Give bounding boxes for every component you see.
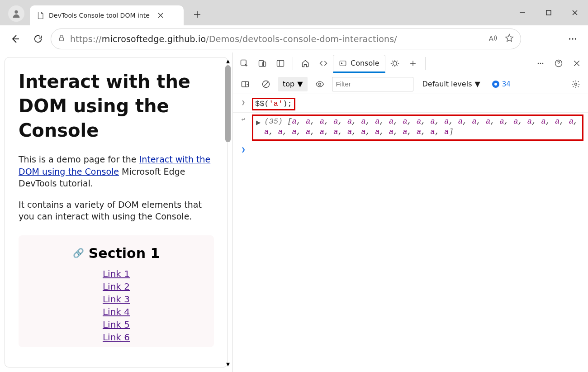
console-filter-input[interactable]	[332, 77, 413, 91]
devtools-panel: Console top ▼ Default levels ▼	[233, 52, 588, 372]
list-link[interactable]: Link 1	[31, 267, 201, 280]
dock-button[interactable]	[272, 55, 289, 72]
close-window-button[interactable]	[562, 0, 588, 25]
devtools-menu-button[interactable]	[532, 55, 549, 72]
console-prompt-row[interactable]: ❯	[233, 143, 588, 156]
issues-tab-button[interactable]	[386, 55, 403, 72]
person-icon	[11, 9, 21, 19]
home-icon	[301, 59, 310, 68]
scroll-down-icon[interactable]: ▾	[224, 360, 232, 367]
url-text: https://microsoftedge.github.io/Demos/de…	[70, 34, 484, 44]
console-output-row: ↩ ▶ (35) [a, a, a, a, a, a, a, a, a, a, …	[233, 112, 588, 143]
svg-rect-2	[60, 38, 64, 41]
sidebar-icon	[241, 80, 250, 89]
clear-console-button[interactable]	[257, 76, 275, 93]
svg-point-19	[318, 83, 321, 85]
svg-point-15	[542, 62, 544, 64]
maximize-button[interactable]	[536, 0, 562, 25]
list-link[interactable]: Link 6	[31, 331, 201, 343]
console-icon	[339, 59, 347, 67]
scroll-thumb[interactable]	[225, 65, 231, 142]
svg-point-20	[575, 83, 577, 85]
more-tabs-button[interactable]	[404, 55, 422, 72]
live-expression-button[interactable]	[311, 76, 328, 93]
console-input-row: ❯ $$('a');	[233, 96, 588, 112]
read-aloud-icon: A	[488, 33, 498, 43]
expand-triangle-icon[interactable]: ▶	[256, 118, 261, 138]
browser-tab[interactable]: DevTools Console tool DOM inte	[30, 5, 184, 25]
address-bar-actions: A	[488, 33, 514, 45]
svg-rect-11	[340, 61, 346, 66]
help-icon	[554, 59, 563, 68]
address-bar[interactable]: https://microsoftedge.github.io/Demos/de…	[51, 29, 521, 49]
star-icon	[504, 33, 514, 43]
code-icon	[319, 59, 328, 68]
console-tab[interactable]: Console	[333, 55, 385, 73]
output-array[interactable]: (35) [a, a, a, a, a, a, a, a, a, a, a, a…	[264, 117, 579, 138]
device-emulation-button[interactable]	[254, 55, 271, 72]
svg-point-5	[572, 38, 573, 39]
close-icon	[157, 12, 164, 19]
back-button[interactable]	[5, 29, 25, 49]
plus-icon	[408, 59, 417, 68]
browser-toolbar: https://microsoftedge.github.io/Demos/de…	[0, 25, 588, 52]
scroll-up-icon[interactable]: ▴	[224, 57, 232, 64]
maximize-icon	[545, 10, 552, 16]
read-aloud-button[interactable]: A	[488, 33, 498, 45]
inspect-element-button[interactable]	[236, 55, 253, 72]
lock-icon	[57, 34, 66, 44]
console-settings-button[interactable]	[567, 76, 584, 93]
svg-text:A: A	[489, 34, 493, 42]
page-content: Interact with the DOM using the Console …	[5, 57, 228, 367]
devtools-close-button[interactable]	[568, 55, 585, 72]
new-tab-button[interactable]	[188, 5, 206, 24]
tab-close-button[interactable]	[154, 9, 167, 22]
main-area: Interact with the DOM using the Console …	[0, 52, 588, 372]
toggle-sidebar-button[interactable]	[237, 76, 254, 93]
page-scrollbar[interactable]: ▴ ▾	[224, 57, 232, 367]
close-icon	[572, 59, 581, 68]
svg-point-6	[575, 38, 576, 39]
issues-badge-icon	[492, 81, 499, 88]
console-output[interactable]: ❯ $$('a'); ↩ ▶ (35) [a, a, a, a, a, a, a…	[233, 94, 588, 372]
prompt-marker-icon: ❯	[239, 144, 247, 154]
svg-point-4	[569, 38, 570, 39]
console-output-highlight: ▶ (35) [a, a, a, a, a, a, a, a, a, a, a,…	[252, 114, 583, 141]
svg-rect-10	[277, 60, 284, 66]
devtools-help-button[interactable]	[550, 55, 567, 72]
intro-paragraph-1: This is a demo page for the Interact wit…	[19, 153, 214, 190]
issues-count: 34	[502, 80, 511, 88]
welcome-tab[interactable]	[297, 55, 314, 72]
list-link[interactable]: Link 4	[31, 305, 201, 318]
minimize-button[interactable]	[509, 0, 536, 25]
window-controls	[509, 0, 588, 25]
refresh-button[interactable]	[28, 29, 48, 49]
console-tab-label: Console	[351, 59, 379, 67]
eye-icon	[315, 80, 324, 89]
page-icon	[36, 11, 44, 19]
svg-point-0	[14, 10, 18, 14]
chevron-down-icon: ▼	[474, 80, 480, 88]
context-label: top	[283, 80, 294, 88]
issues-count-button[interactable]: 34	[492, 80, 511, 88]
close-icon	[572, 10, 578, 16]
tab-title: DevTools Console tool DOM inte	[49, 12, 150, 19]
list-link[interactable]: Link 2	[31, 280, 201, 293]
svg-rect-1	[546, 10, 551, 15]
log-levels-select[interactable]: Default levels ▼	[422, 80, 480, 88]
dots-icon	[536, 59, 545, 68]
console-input-code: $$('a');	[252, 98, 295, 110]
clear-icon	[261, 80, 270, 89]
list-link[interactable]: Link 3	[31, 293, 201, 305]
page-heading: Interact with the DOM using the Console	[19, 69, 214, 143]
list-link[interactable]: Link 5	[31, 318, 201, 331]
intro-paragraph-2: It contains a variety of DOM elements th…	[19, 199, 214, 223]
elements-tab[interactable]	[315, 55, 332, 72]
profile-button[interactable]	[8, 5, 24, 22]
page-viewport[interactable]: Interact with the DOM using the Console …	[5, 57, 228, 367]
browser-menu-button[interactable]	[563, 29, 583, 49]
context-selector[interactable]: top ▼	[278, 77, 308, 91]
page-pane: Interact with the DOM using the Console …	[0, 52, 233, 372]
levels-label: Default levels	[422, 80, 472, 88]
favorite-button[interactable]	[504, 33, 514, 45]
